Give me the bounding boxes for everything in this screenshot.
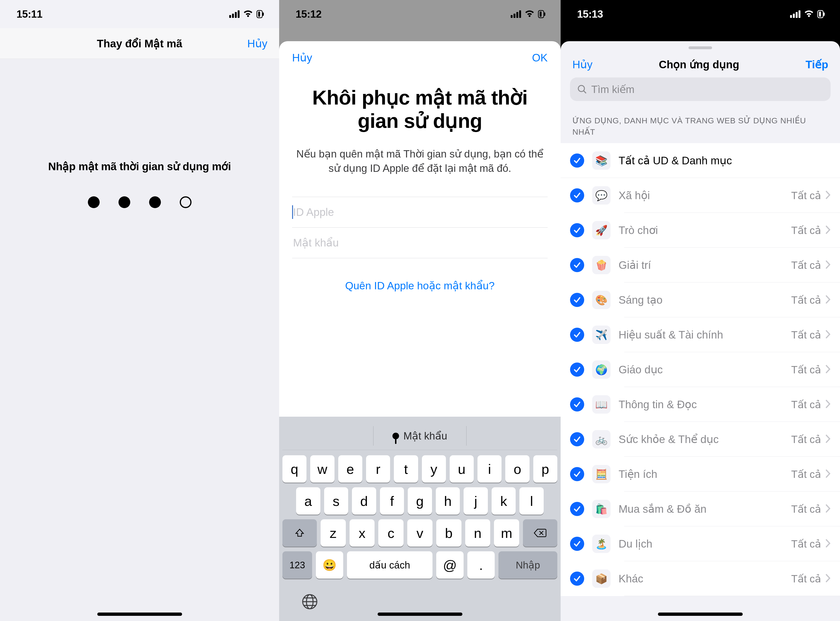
cancel-button[interactable]: Hủy [292,51,312,64]
nav-bar: Hủy Chọn ứng dụng Tiếp [561,51,840,77]
key-a[interactable]: a [296,487,321,515]
value-label: Tất cả [791,573,821,585]
battery-icon [257,10,263,18]
key-z[interactable]: z [321,519,346,547]
home-indicator[interactable] [97,612,182,616]
status-icons [229,10,263,18]
key-x[interactable]: x [349,519,375,547]
choose-apps-screen: 15:13 Hủy Chọn ứng dụng Tiếp Tìm kiếm ỨN… [561,0,840,621]
app-icon: 📦 [592,570,611,588]
search-field[interactable]: Tìm kiếm [570,77,831,101]
keyboard: Mật khẩu qwertyuiop asdfghjkl zxcvbnm 12… [279,417,561,621]
key-d[interactable]: d [352,487,376,515]
key-k[interactable]: k [492,487,516,515]
category-row[interactable]: 🌍Giáo dụcTất cả [561,352,840,387]
key-f[interactable]: f [380,487,404,515]
forgot-link[interactable]: Quên ID Apple hoặc mật khẩu? [292,279,548,292]
category-row[interactable]: 🏝️Du lịchTất cả [561,526,840,561]
app-icon: 🧮 [592,465,611,483]
shift-key[interactable] [283,519,317,547]
category-row[interactable]: 💬Xã hộiTất cả [561,178,840,213]
category-row[interactable]: 🛍️Mua sắm & Đồ ănTất cả [561,492,840,526]
nav-title: Thay đổi Mật mã [97,37,182,50]
category-row[interactable]: 📖Thông tin & ĐọcTất cả [561,387,840,422]
ok-button[interactable]: OK [532,51,548,64]
row-trailing: Tất cả [791,398,831,410]
nav-title: Chọn ứng dụng [659,58,739,71]
app-icon: 🚲 [592,430,611,448]
key-i[interactable]: i [477,455,501,483]
next-button[interactable]: Tiếp [806,58,828,71]
checkbox-icon [570,223,584,237]
home-indicator[interactable] [378,612,462,616]
key-n[interactable]: n [465,519,491,547]
key-r[interactable]: r [366,455,390,483]
home-indicator[interactable] [658,612,743,616]
chevron-icon [825,539,831,549]
globe-key[interactable] [301,593,318,611]
passcode-prompt: Nhập mật mã thời gian sử dụng mới [48,160,231,173]
space-key[interactable]: dấu cách [347,551,433,579]
key-s[interactable]: s [324,487,348,515]
chevron-icon [825,225,831,235]
key-m[interactable]: m [494,519,519,547]
row-trailing: Tất cả [791,433,831,445]
key-o[interactable]: o [505,455,529,483]
app-icon: 🌍 [592,360,611,379]
status-time: 15:12 [296,8,322,20]
key-h[interactable]: h [436,487,460,515]
chevron-icon [825,330,831,340]
category-row[interactable]: 🚀Trò chơiTất cả [561,213,840,248]
key-g[interactable]: g [408,487,432,515]
value-label: Tất cả [791,364,821,376]
key-q[interactable]: q [283,455,307,483]
numbers-key[interactable]: 123 [283,551,312,579]
row-trailing: Tất cả [791,468,831,480]
app-icon: 💬 [592,186,611,204]
key-c[interactable]: c [378,519,404,547]
apple-id-field[interactable]: ID Apple [292,197,548,228]
emoji-key[interactable]: 😀 [316,551,343,579]
key-j[interactable]: j [463,487,488,515]
key-e[interactable]: e [338,455,362,483]
status-icons [511,10,544,18]
key-v[interactable]: v [407,519,433,547]
key-u[interactable]: u [450,455,474,483]
category-row[interactable]: 🧮Tiện íchTất cả [561,457,840,492]
category-row[interactable]: 📚Tất cả UD & Danh mục [561,143,840,178]
passcode-screen: 15:11 Thay đổi Mật mã Hủy Nhập mật mã th… [0,0,279,621]
value-label: Tất cả [791,224,821,236]
key-t[interactable]: t [394,455,418,483]
key-b[interactable]: b [436,519,462,547]
cancel-button[interactable]: Hủy [248,37,267,50]
chevron-icon [825,191,831,200]
keyboard-suggestion-bar[interactable]: Mật khẩu [283,422,557,450]
input-group: ID Apple Mật khẩu [292,197,548,258]
value-label: Tất cả [791,329,821,341]
chevron-icon [825,400,831,409]
key-p[interactable]: p [533,455,557,483]
keyboard-suggestion: Mật khẩu [403,430,447,442]
key-l[interactable]: l [519,487,544,515]
status-time: 15:13 [577,8,603,20]
password-field[interactable]: Mật khẩu [292,228,548,258]
period-key[interactable]: . [467,551,495,579]
key-w[interactable]: w [310,455,334,483]
key-y[interactable]: y [422,455,446,483]
keyboard-row: zxcvbnm [283,519,557,547]
category-row[interactable]: ✈️Hiệu suất & Tài chínhTất cả [561,317,840,352]
chevron-icon [825,365,831,374]
row-trailing: Tất cả [791,189,831,201]
category-row[interactable]: 🚲Sức khỏe & Thể dụcTất cả [561,422,840,457]
category-row[interactable]: 📦KhácTất cả [561,561,840,596]
enter-key[interactable]: Nhập [498,551,557,579]
value-label: Tất cả [791,398,821,410]
backspace-key[interactable] [523,519,557,547]
sheet-grabber[interactable] [688,46,712,49]
category-label: Giáo dục [618,363,783,376]
category-row[interactable]: 🍿Giải tríTất cả [561,248,840,282]
cancel-button[interactable]: Hủy [573,58,592,71]
category-row[interactable]: 🎨Sáng tạoTất cả [561,282,840,317]
at-key[interactable]: @ [436,551,463,579]
checkbox-icon [570,293,584,307]
